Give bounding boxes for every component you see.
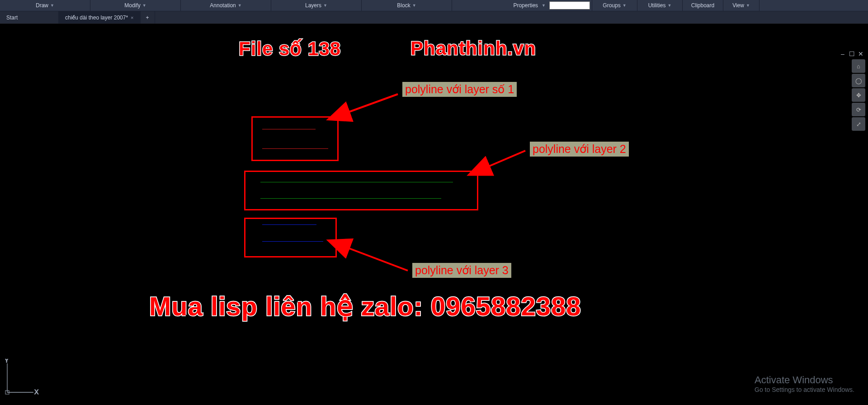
drawing-area[interactable]: – ☐ ✕ ⌂ ◯ ✥ ⟳ ⤢ X Y File số 138 Phanthin…: [0, 24, 868, 405]
tab-active-drawing[interactable]: chiều dài theo layer 2007* ×: [59, 11, 141, 24]
polyline-layer2-seg2[interactable]: [260, 198, 441, 199]
annotation-file-title: File số 138: [239, 38, 341, 60]
chevron-down-icon: ▼: [238, 3, 242, 8]
panel-modify[interactable]: Modify ▼: [90, 0, 181, 11]
plus-icon: +: [146, 14, 149, 21]
panel-label: Block: [397, 2, 410, 9]
svg-line-4: [488, 151, 525, 167]
polyline-layer3-seg1[interactable]: [262, 224, 316, 225]
ucs-x-label: X: [34, 388, 39, 395]
panel-label: Draw: [36, 2, 48, 9]
windows-activation-watermark: Activate Windows Go to Settings to activ…: [755, 374, 854, 393]
properties-input[interactable]: [549, 1, 590, 10]
nav-wheel-icon[interactable]: ◯: [852, 74, 865, 87]
annotation-contact: Mua lisp liên hệ zalo: 0965882388: [149, 291, 581, 322]
close-icon[interactable]: ×: [131, 15, 133, 20]
close-icon[interactable]: ✕: [857, 50, 864, 57]
annotation-site: Phanthinh.vn: [410, 38, 536, 59]
maximize-icon[interactable]: ☐: [848, 50, 855, 57]
panel-label: Groups: [603, 2, 620, 9]
highlight-box-1: [251, 116, 339, 161]
panel-draw[interactable]: Draw ▼: [0, 0, 90, 11]
nav-zoom-icon[interactable]: ⤢: [852, 117, 865, 131]
polyline-layer1-seg2[interactable]: [262, 148, 328, 149]
svg-line-3: [348, 94, 398, 112]
polyline-layer1-seg1[interactable]: [262, 129, 316, 129]
minimize-icon[interactable]: –: [839, 50, 846, 57]
chevron-down-icon: ▼: [323, 3, 327, 8]
panel-label: View: [732, 2, 744, 9]
polyline-layer3-seg2[interactable]: [262, 241, 323, 242]
panel-label: Clipboard: [691, 2, 714, 9]
annotation-label-1: polyline với layer số 1: [402, 82, 517, 97]
annotation-arrows: [0, 24, 868, 405]
panel-properties[interactable]: Properties ▼: [452, 0, 592, 11]
chevron-down-icon: ▼: [667, 3, 671, 8]
highlight-box-3: [244, 218, 337, 257]
chevron-down-icon: ▼: [412, 3, 416, 8]
watermark-line1: Activate Windows: [755, 374, 854, 386]
document-tabs: Start chiều dài theo layer 2007* × +: [0, 11, 868, 24]
panel-clipboard[interactable]: Clipboard: [683, 0, 723, 11]
chevron-down-icon: ▼: [50, 3, 54, 8]
navigation-bar: ⌂ ◯ ✥ ⟳ ⤢: [852, 59, 865, 131]
panel-label: Utilities: [648, 2, 666, 9]
polyline-layer2-seg1[interactable]: [260, 182, 453, 182]
svg-line-5: [348, 248, 408, 271]
tab-label: chiều dài theo layer 2007*: [65, 14, 128, 21]
chevron-down-icon: ▼: [542, 3, 546, 8]
nav-orbit-icon[interactable]: ⟳: [852, 103, 865, 116]
panel-groups[interactable]: Groups ▼: [592, 0, 637, 11]
annotation-label-2: polyline với layer 2: [530, 142, 629, 157]
panel-label: Properties: [513, 2, 538, 9]
panel-block[interactable]: Block ▼: [362, 0, 452, 11]
panel-label: Annotation: [210, 2, 236, 9]
panel-utilities[interactable]: Utilities ▼: [637, 0, 683, 11]
chevron-down-icon: ▼: [142, 3, 146, 8]
tab-new[interactable]: +: [141, 11, 155, 24]
ribbon-panels: Draw ▼ Modify ▼ Annotation ▼ Layers ▼ Bl…: [0, 0, 868, 11]
annotation-label-3: polyline với layer 3: [412, 263, 511, 278]
tab-start[interactable]: Start: [0, 11, 59, 24]
panel-label: Layers: [305, 2, 321, 9]
tab-label: Start: [6, 14, 18, 21]
nav-pan-icon[interactable]: ✥: [852, 88, 865, 102]
panel-annotation[interactable]: Annotation ▼: [181, 0, 271, 11]
ucs-y-label: Y: [5, 359, 9, 364]
panel-label: Modify: [124, 2, 140, 9]
chevron-down-icon: ▼: [746, 3, 750, 8]
watermark-line2: Go to Settings to activate Windows.: [755, 386, 854, 393]
chevron-down-icon: ▼: [623, 3, 627, 8]
ucs-icon: X Y: [5, 359, 41, 397]
nav-home-icon[interactable]: ⌂: [852, 59, 865, 73]
viewport-controls: – ☐ ✕: [839, 50, 864, 57]
panel-view[interactable]: View ▼: [723, 0, 760, 11]
highlight-box-2: [244, 171, 478, 210]
panel-layers[interactable]: Layers ▼: [271, 0, 362, 11]
